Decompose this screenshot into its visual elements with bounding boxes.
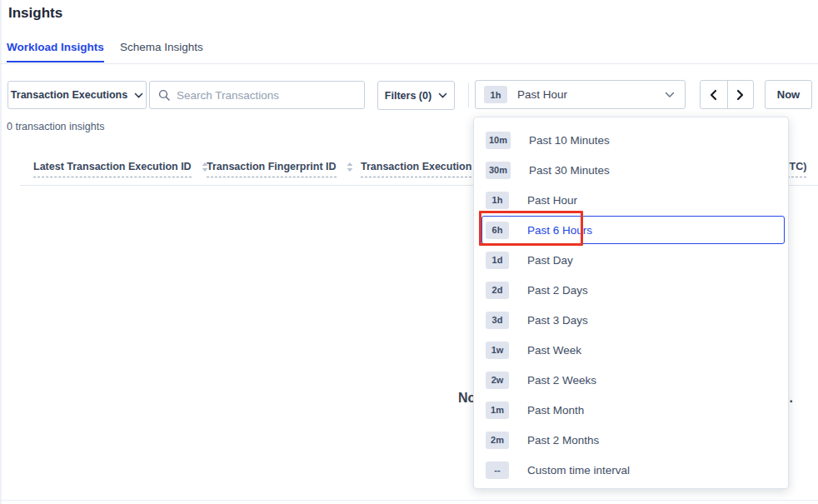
tabs-divider — [0, 63, 818, 64]
tab-schema-insights[interactable]: Schema Insights — [120, 41, 203, 53]
chevron-down-icon — [665, 92, 675, 98]
time-badge: 10m — [486, 132, 511, 149]
time-badge: 2w — [486, 372, 509, 389]
time-badge: 3d — [486, 312, 509, 329]
time-range-dropdown[interactable]: 1h Past Hour — [475, 80, 686, 109]
time-range-menu: 10m Past 10 Minutes 30m Past 30 Minutes … — [473, 117, 789, 489]
time-range-badge: 1h — [484, 86, 507, 103]
menu-item-custom-time-interval[interactable]: -- Custom time interval — [474, 455, 788, 485]
menu-item-past-3-days[interactable]: 3d Past 3 Days — [474, 305, 788, 335]
time-badge: 1m — [486, 402, 509, 419]
time-badge: 30m — [486, 162, 511, 179]
search-input[interactable] — [177, 89, 356, 102]
column-header-transaction-execution[interactable]: Transaction Execution — [361, 161, 471, 177]
time-range-label: Past Hour — [517, 88, 567, 101]
sort-icon[interactable] — [347, 162, 353, 172]
chevron-left-icon — [709, 89, 718, 101]
menu-item-past-month[interactable]: 1m Past Month — [474, 395, 788, 425]
search-box[interactable] — [149, 81, 365, 109]
menu-item-past-6-hours[interactable]: 6h Past 6 Hours — [474, 215, 788, 245]
time-badge: 1d — [486, 252, 509, 269]
chevron-down-icon — [438, 92, 447, 98]
menu-item-past-30-minutes[interactable]: 30m Past 30 Minutes — [474, 155, 788, 185]
chevron-down-icon — [134, 92, 143, 98]
filters-dropdown[interactable]: Filters (0) — [377, 81, 455, 110]
time-badge: 1w — [486, 342, 509, 359]
view-selector-dropdown[interactable]: Transaction Executions — [7, 81, 147, 109]
filters-label: Filters (0) — [385, 90, 431, 102]
now-button[interactable]: Now — [765, 80, 812, 109]
view-selector-label: Transaction Executions — [11, 89, 127, 101]
time-range-arrows — [700, 80, 754, 109]
page-bottom-divider — [0, 500, 818, 501]
insights-page: Insights Workload Insights Schema Insigh… — [0, 0, 818, 504]
now-button-label: Now — [777, 88, 800, 101]
time-badge: 1h — [486, 192, 509, 209]
menu-item-past-2-days[interactable]: 2d Past 2 Days — [474, 275, 788, 305]
previous-interval-button[interactable] — [701, 81, 727, 108]
time-badge: 6h — [486, 222, 509, 239]
page-left-edge — [0, 0, 2, 504]
menu-item-past-hour[interactable]: 1h Past Hour — [474, 185, 788, 215]
menu-item-past-10-minutes[interactable]: 10m Past 10 Minutes — [474, 125, 788, 155]
menu-item-past-week[interactable]: 1w Past Week — [474, 335, 788, 365]
menu-item-past-day[interactable]: 1d Past Day — [474, 245, 788, 275]
chevron-right-icon — [736, 89, 745, 101]
tab-workload-insights[interactable]: Workload Insights — [7, 41, 104, 62]
menu-item-past-2-months[interactable]: 2m Past 2 Months — [474, 425, 788, 455]
menu-item-past-2-weeks[interactable]: 2w Past 2 Weeks — [474, 365, 788, 395]
time-badge: 2d — [486, 282, 509, 299]
search-icon — [158, 89, 170, 101]
time-badge: 2m — [486, 432, 509, 449]
next-interval-button[interactable] — [727, 81, 754, 108]
toolbar-divider — [468, 82, 469, 107]
time-badge: -- — [486, 462, 509, 479]
insights-count: 0 transaction insights — [7, 121, 104, 132]
column-header-transaction-fingerprint-id[interactable]: Transaction Fingerprint ID — [207, 161, 353, 177]
column-header-latest-transaction-execution-id[interactable]: Latest Transaction Execution ID — [33, 161, 208, 177]
page-title: Insights — [8, 5, 62, 22]
